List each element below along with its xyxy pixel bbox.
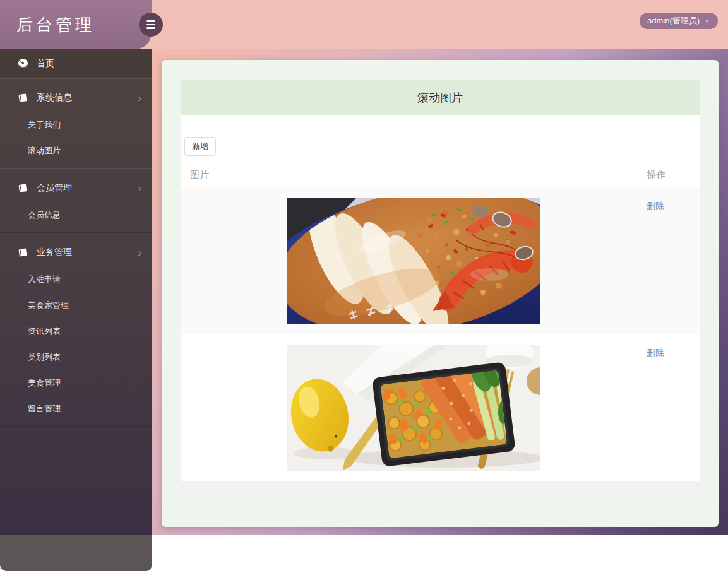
delete-link[interactable]: 删除 — [647, 201, 664, 211]
sidebar-item-label: 会员管理 — [37, 182, 72, 194]
page: 后台管理 首页 系统信息 — [0, 0, 728, 573]
hamburger-menu-button[interactable] — [139, 13, 163, 37]
sidebar-item-category-list[interactable]: 类别列表 — [0, 344, 152, 370]
chevron-right-icon: › — [138, 93, 141, 103]
book-icon — [18, 93, 28, 103]
app-title: 后台管理 — [0, 0, 152, 49]
chevron-right-icon: › — [138, 247, 141, 258]
sidebar-item-member-management[interactable]: 会员管理 › — [0, 174, 152, 202]
table-row: 删除 — [181, 334, 700, 481]
sidebar-item-news-list[interactable]: 资讯列表 — [0, 318, 152, 344]
column-header-image: 图片 — [181, 169, 647, 181]
user-menu-label: admin(管理员) — [647, 15, 700, 27]
sidebar-group-members: 会员管理 › 会员信息 — [0, 168, 152, 233]
toolbar: 新增 — [181, 115, 700, 163]
sidebar-item-label: 业务管理 — [37, 247, 72, 258]
seafood-hotpot-photo — [287, 198, 540, 324]
sidebar-item-settle-apply[interactable]: 入驻申请 — [0, 266, 152, 292]
page-title: 滚动图片 — [181, 80, 700, 115]
table-row: 删除 — [181, 187, 700, 334]
sidebar-item-member-info[interactable]: 会员信息 — [0, 202, 152, 228]
sidebar-item-about-us[interactable]: 关于我们 — [0, 112, 152, 138]
sidebar-item-gourmet-management[interactable]: 美食家管理 — [0, 292, 152, 318]
content-card: 滚动图片 新增 图片 操作 — [162, 60, 719, 527]
sidebar-item-label: 首页 — [37, 58, 54, 69]
sidebar-group-business: 业务管理 › 入驻申请 美食家管理 资讯列表 类别列表 美食管理 留言管理 — [0, 233, 152, 427]
bento-box-photo — [287, 345, 540, 471]
sidebar-menu: 首页 系统信息 › 关于我们 滚动图片 — [0, 49, 152, 535]
add-button[interactable]: 新增 — [184, 137, 216, 156]
action-cell: 删除 — [647, 345, 700, 471]
table-panel: 新增 图片 操作 — [181, 115, 700, 495]
delete-link[interactable]: 删除 — [647, 348, 664, 358]
sidebar-item-scroll-images[interactable]: 滚动图片 — [0, 138, 152, 163]
pagination-bar — [181, 481, 700, 495]
image-cell — [181, 345, 647, 471]
column-header-action: 操作 — [647, 169, 700, 181]
image-cell — [181, 198, 647, 324]
book-icon — [18, 183, 28, 194]
sidebar-item-home[interactable]: 首页 — [0, 49, 152, 78]
sidebar-item-business-management[interactable]: 业务管理 › — [0, 239, 152, 266]
sidebar-footer — [0, 535, 152, 571]
menu-divider — [0, 427, 152, 427]
sidebar-item-system-info[interactable]: 系统信息 › — [0, 84, 152, 112]
action-cell: 删除 — [647, 198, 700, 324]
user-menu-button[interactable]: admin(管理员) ▼ — [640, 13, 718, 29]
sidebar-item-food-management[interactable]: 美食管理 — [0, 370, 152, 396]
sidebar-item-label: 系统信息 — [37, 92, 72, 103]
sidebar: 后台管理 首页 系统信息 — [0, 0, 152, 535]
caret-down-icon: ▼ — [704, 18, 710, 25]
sidebar-group-system: 系统信息 › 关于我们 滚动图片 — [0, 78, 152, 168]
chevron-right-icon: › — [138, 183, 141, 194]
sidebar-item-message-management[interactable]: 留言管理 — [0, 396, 152, 422]
dashboard-icon — [18, 58, 28, 69]
book-icon — [18, 247, 28, 258]
table-header: 图片 操作 — [181, 163, 700, 187]
